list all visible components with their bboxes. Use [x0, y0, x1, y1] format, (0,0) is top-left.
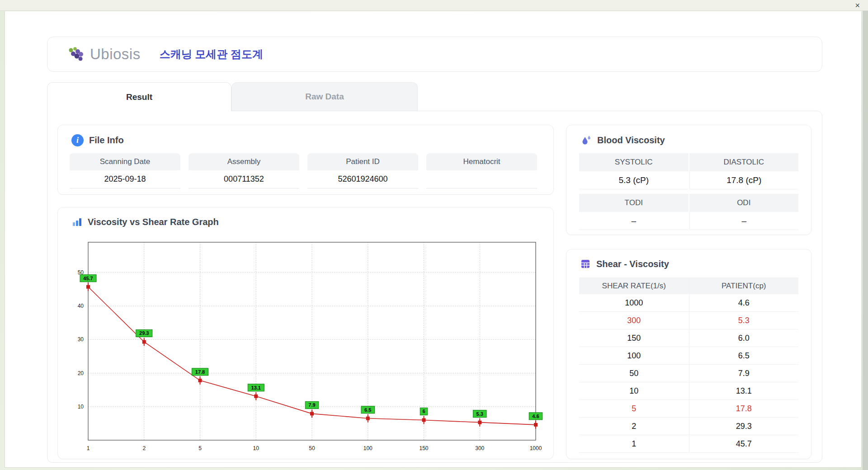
svg-text:300: 300: [475, 445, 484, 451]
field-patient-id: Patient ID 52601924600: [307, 153, 418, 188]
svg-text:6.5: 6.5: [364, 407, 371, 413]
table-header-row: SHEAR RATE(1/s) PATIENT(cp): [579, 277, 798, 294]
blood-viscosity-row-2: TODI ODI – –: [579, 194, 798, 230]
field-assembly: Assembly 000711352: [189, 153, 299, 188]
systolic-value: 5.3 (cP): [579, 171, 689, 189]
patient-cell: 4.6: [689, 294, 799, 312]
window-right-edge: [863, 0, 868, 470]
svg-text:17.8: 17.8: [195, 369, 205, 375]
diastolic-label: DIASTOLIC: [689, 153, 799, 171]
shear-rate-cell: 300: [579, 312, 689, 329]
field-value: 52601924600: [307, 170, 418, 188]
svg-text:20: 20: [78, 370, 84, 376]
table-icon: [580, 258, 591, 269]
svg-text:7.9: 7.9: [308, 402, 315, 408]
svg-text:1000: 1000: [530, 445, 542, 451]
close-icon[interactable]: ×: [855, 0, 860, 10]
table-row: 50 7.9: [579, 365, 798, 382]
file-info-fields: Scanning Date 2025-09-18 Assembly 000711…: [70, 153, 537, 188]
svg-text:5.3: 5.3: [476, 411, 483, 417]
patient-cell: 5.3: [689, 312, 799, 329]
field-value: [426, 170, 537, 188]
app-header: Ubiosis 스캐닝 모세관 점도계: [47, 37, 822, 72]
patient-cell: 7.9: [689, 365, 799, 382]
tab-result[interactable]: Result: [47, 82, 231, 111]
logo-text: Ubiosis: [90, 46, 141, 63]
svg-text:2: 2: [142, 445, 146, 451]
field-label: Patient ID: [307, 153, 418, 170]
svg-text:4.6: 4.6: [532, 414, 539, 419]
viscosity-graph-card: Viscosity vs Shear Rate Graph 1020304050…: [57, 207, 554, 459]
column-header-shear-rate: SHEAR RATE(1/s): [579, 277, 689, 294]
file-info-card: i File Info Scanning Date 2025-09-18 Ass…: [57, 125, 554, 195]
blood-viscosity-row-1: SYSTOLIC DIASTOLIC 5.3 (cP) 17.8 (cP): [579, 153, 798, 189]
patient-cell: 6.0: [689, 329, 799, 347]
blood-viscosity-title: Blood Viscosity: [566, 125, 811, 146]
card-title-text: Blood Viscosity: [597, 135, 665, 146]
shear-viscosity-title: Shear - Viscosity: [566, 249, 811, 269]
field-value: 2025-09-18: [70, 170, 180, 188]
odi-value: –: [689, 212, 799, 230]
ubiosis-logo: Ubiosis: [67, 46, 141, 63]
shear-rate-cell: 10: [579, 382, 689, 400]
svg-text:45.7: 45.7: [83, 276, 93, 281]
field-scanning-date: Scanning Date 2025-09-18: [70, 153, 180, 188]
table-row: 300 5.3: [579, 312, 798, 329]
patient-cell: 29.3: [689, 418, 799, 435]
svg-text:40: 40: [78, 303, 84, 309]
shear-viscosity-card: Shear - Viscosity SHEAR RATE(1/s) PATIEN…: [566, 249, 811, 459]
field-label: Assembly: [189, 153, 299, 170]
field-label: Hematocrit: [426, 153, 537, 170]
shear-viscosity-table: SHEAR RATE(1/s) PATIENT(cp) 1000 4.6 300…: [579, 277, 798, 453]
shear-rate-cell: 1: [579, 435, 689, 453]
file-info-title: i File Info: [58, 125, 553, 146]
svg-text:100: 100: [363, 445, 373, 451]
shear-rate-cell: 50: [579, 365, 689, 382]
todi-label: TODI: [579, 194, 689, 212]
table-row: 1000 4.6: [579, 294, 798, 312]
shear-rate-cell: 100: [579, 347, 689, 365]
svg-text:150: 150: [419, 445, 428, 451]
todi-value: –: [579, 212, 689, 230]
svg-text:29.3: 29.3: [139, 330, 149, 336]
card-title-text: Shear - Viscosity: [596, 259, 669, 269]
svg-text:10: 10: [78, 404, 84, 410]
grapes-logo-icon: [67, 47, 85, 62]
app-window: Ubiosis 스캐닝 모세관 점도계 Result Raw Data i Fi…: [5, 11, 862, 468]
systolic-label: SYSTOLIC: [579, 153, 689, 171]
svg-text:10: 10: [253, 445, 259, 451]
table-row: 10 13.1: [579, 382, 798, 400]
table-row: 2 29.3: [579, 418, 798, 435]
odi-label: ODI: [689, 194, 799, 212]
tab-raw-data[interactable]: Raw Data: [231, 82, 418, 111]
diastolic-value: 17.8 (cP): [689, 171, 799, 189]
patient-cell: 17.8: [689, 400, 799, 418]
patient-cell: 45.7: [689, 435, 799, 453]
shear-rate-cell: 5: [579, 400, 689, 418]
patient-cell: 6.5: [689, 347, 799, 365]
svg-text:6: 6: [422, 409, 425, 414]
field-label: Scanning Date: [70, 153, 180, 170]
shear-rate-cell: 150: [579, 329, 689, 347]
table-row: 150 6.0: [579, 329, 798, 347]
svg-text:13.1: 13.1: [251, 385, 261, 390]
droplet-icon: [580, 134, 592, 146]
field-hematocrit: Hematocrit: [426, 153, 537, 188]
shear-rate-cell: 2: [579, 418, 689, 435]
blood-viscosity-card: Blood Viscosity SYSTOLIC DIASTOLIC 5.3 (…: [566, 125, 811, 235]
titlebar: ×: [0, 0, 868, 11]
viscosity-shear-chart: 10203040501251050100150300100045.729.317…: [58, 207, 554, 460]
card-title-text: File Info: [89, 135, 124, 146]
svg-text:1: 1: [87, 445, 90, 451]
shear-rate-cell: 1000: [579, 294, 689, 312]
table-row: 1 45.7: [579, 435, 798, 453]
table-row: 100 6.5: [579, 347, 798, 365]
svg-text:30: 30: [78, 336, 84, 343]
table-row: 5 17.8: [579, 400, 798, 418]
field-value: 000711352: [189, 170, 299, 188]
page-title: 스캐닝 모세관 점도계: [160, 47, 263, 61]
column-header-patient: PATIENT(cp): [689, 277, 799, 294]
patient-cell: 13.1: [689, 382, 799, 400]
svg-text:5: 5: [198, 445, 202, 451]
svg-text:50: 50: [309, 445, 315, 451]
